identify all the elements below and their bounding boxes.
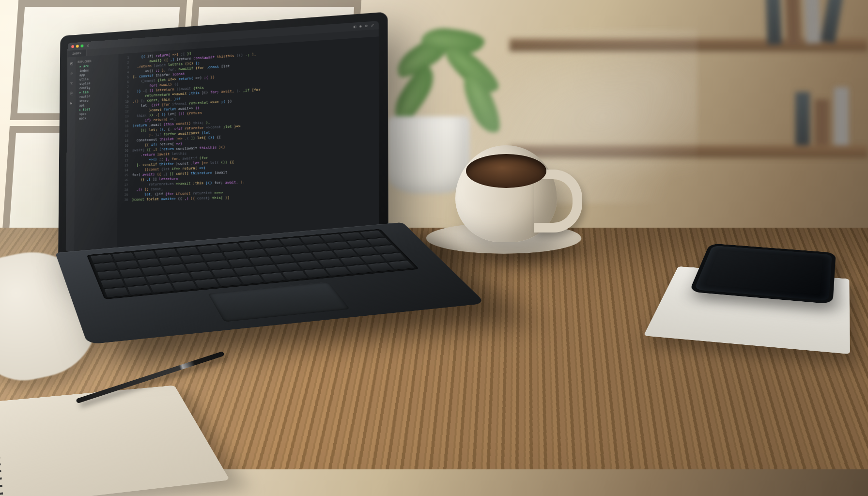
- laptop-lid: ⌂ ◧◉⚙⤢ index ◩⌕⌥⎘⚑ Explorer ▸ src index …: [58, 12, 388, 262]
- screen-bezel: ⌂ ◧◉⚙⤢ index ◩⌕⌥⎘⚑ Explorer ▸ src index …: [58, 12, 388, 262]
- activity-icon: ⌕: [70, 71, 73, 76]
- editor-pane: 1234567891011121314151617181920212223242…: [117, 37, 380, 252]
- activity-icon: ⌥: [70, 81, 73, 86]
- file-explorer: Explorer ▸ src index app utils styles co…: [74, 54, 119, 252]
- window-controls: [71, 45, 83, 48]
- laptop: ⌂ ◧◉⚙⤢ index ◩⌕⌥⎘⚑ Explorer ▸ src index …: [58, 34, 426, 412]
- code-area: {( if) return{ =>} ;[ }] await} ([ ,] [r…: [130, 37, 380, 252]
- activity-icon: ⎘: [70, 91, 73, 96]
- activity-icon: ⚑: [70, 101, 72, 107]
- activity-icon: ◩: [70, 61, 73, 66]
- titlebar-left: ⌂: [87, 43, 89, 48]
- coffee-cup: [455, 145, 557, 242]
- titlebar-right-icons: ◧◉⚙⤢: [350, 22, 374, 30]
- trackpad: [208, 282, 350, 322]
- code-editor-screen: ⌂ ◧◉⚙⤢ index ◩⌕⌥⎘⚑ Explorer ▸ src index …: [66, 21, 380, 252]
- scene-root: ⌂ ◧◉⚙⤢ index ◩⌕⌥⎘⚑ Explorer ▸ src index …: [0, 0, 868, 496]
- line-gutter: 1234567891011121314151617181920212223242…: [117, 53, 131, 252]
